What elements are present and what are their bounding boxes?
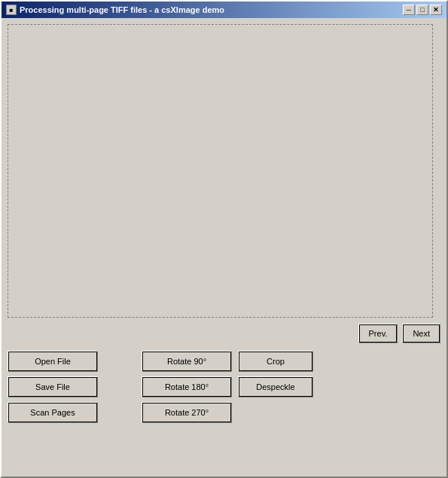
window-icon: ■ [6,5,17,15]
right-buttons-group: Crop Despeckle [238,351,313,397]
scan-pages-button[interactable]: Scan Pages [8,402,98,423]
window-title: Processing multi-page TIFF files - a csX… [20,5,224,14]
open-file-button[interactable]: Open File [8,351,98,372]
title-bar-left: ■ Processing multi-page TIFF files - a c… [6,5,224,15]
next-button[interactable]: Next [402,324,440,343]
despeckle-button[interactable]: Despeckle [238,376,313,397]
controls-area: Prev. Next Open File Save File Scan Page… [8,324,440,423]
crop-button[interactable]: Crop [238,351,313,372]
main-window: ■ Processing multi-page TIFF files - a c… [0,0,448,478]
rotate-270-button[interactable]: Rotate 270° [142,402,232,423]
prev-button[interactable]: Prev. [358,324,398,343]
rotate-90-button[interactable]: Rotate 90° [142,351,232,372]
buttons-row: Open File Save File Scan Pages Rotate 90… [8,351,440,423]
nav-row: Prev. Next [8,324,440,343]
save-file-button[interactable]: Save File [8,376,98,397]
rotate-180-button[interactable]: Rotate 180° [142,376,232,397]
window-content: Prev. Next Open File Save File Scan Page… [2,18,446,429]
title-bar: ■ Processing multi-page TIFF files - a c… [2,2,446,18]
left-buttons-group: Open File Save File Scan Pages [8,351,98,423]
minimize-button[interactable]: ─ [403,5,415,15]
middle-buttons-group: Rotate 90° Rotate 180° Rotate 270° [142,351,232,423]
maximize-button[interactable]: □ [416,5,428,15]
title-bar-buttons: ─ □ ✕ [403,5,442,15]
image-display-area [8,24,433,318]
close-button[interactable]: ✕ [430,5,442,15]
